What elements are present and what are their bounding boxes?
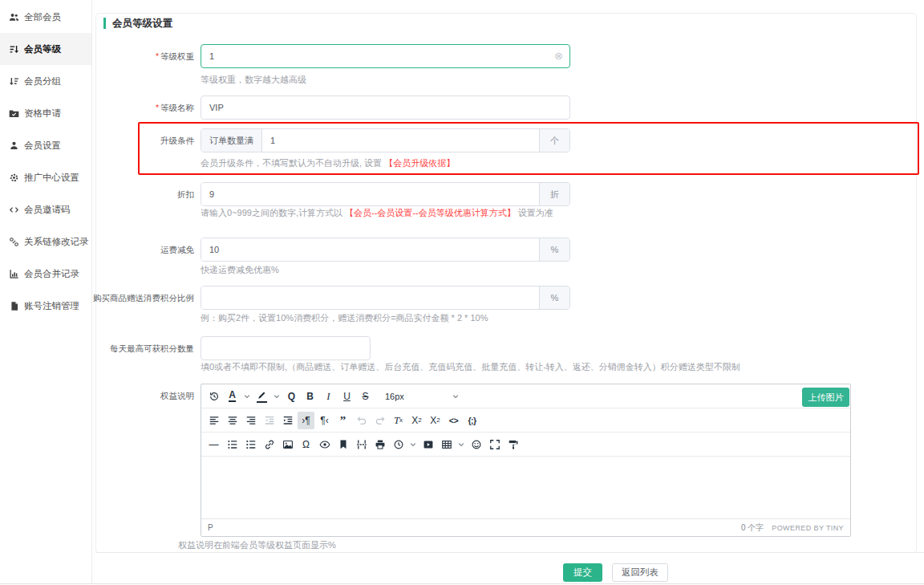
- sidebar-item-account-cancellation[interactable]: 账号注销管理: [0, 290, 91, 322]
- superscript-icon[interactable]: X2: [427, 412, 444, 429]
- print-icon[interactable]: [371, 436, 388, 453]
- upgrade-condition-field: 订单数量满 个: [201, 128, 570, 152]
- upgrade-condition-input[interactable]: [262, 129, 539, 152]
- upgrade-condition-label: 升级条件: [160, 128, 194, 152]
- align-right-icon[interactable]: [242, 412, 259, 429]
- word-count[interactable]: 0 个字: [741, 522, 764, 534]
- link-icon: [9, 237, 19, 247]
- page-title: 会员等级设置: [103, 18, 172, 29]
- special-character-icon[interactable]: Ω: [298, 436, 314, 453]
- bullet-list-icon[interactable]: [224, 436, 241, 453]
- editor-toolbar-row-2: ›¶ ¶‹ ” Tx X2 X2 <> {;}: [201, 408, 850, 433]
- datetime-dropdown-icon[interactable]: [408, 436, 418, 453]
- shipping-discount-input[interactable]: [201, 238, 539, 261]
- level-name-field: [201, 95, 570, 120]
- daily-points-cap-input[interactable]: [201, 336, 371, 360]
- bold-icon[interactable]: B: [302, 388, 318, 405]
- sidebar-item-member-group[interactable]: 会员分组: [0, 65, 91, 97]
- sort-amount-icon: [9, 44, 19, 55]
- sidebar-item-relation-log[interactable]: 关系链修改记录: [0, 225, 91, 258]
- clear-icon[interactable]: ⊗: [554, 51, 563, 61]
- anchor-icon[interactable]: [334, 436, 351, 453]
- strikethrough-icon[interactable]: S: [357, 388, 374, 405]
- sort-group-icon: [9, 76, 19, 87]
- format-painter-icon[interactable]: [505, 436, 521, 453]
- discount-field: 折: [201, 182, 570, 206]
- inline-code-icon[interactable]: <>: [445, 412, 462, 429]
- underline-icon[interactable]: U: [338, 388, 355, 405]
- sidebar-item-label: 会员设置: [24, 140, 61, 152]
- restore-draft-icon[interactable]: [205, 388, 222, 405]
- discount-unit: 折: [539, 183, 569, 205]
- text-color-dropdown-icon[interactable]: [242, 388, 252, 405]
- indent-icon[interactable]: [279, 412, 296, 429]
- emoticons-icon[interactable]: [468, 436, 484, 453]
- points-ratio-input[interactable]: [201, 286, 539, 309]
- horizontal-rule-icon[interactable]: —: [205, 436, 222, 453]
- daily-points-cap-field: [201, 336, 371, 360]
- required-mark: *: [156, 103, 159, 112]
- sidebar-item-promotion-settings[interactable]: 推广中心设置: [0, 161, 91, 193]
- editor-toolbar-row-1: A Q B I U S 16px: [201, 384, 850, 408]
- redo-icon[interactable]: [371, 412, 388, 429]
- font-size-select[interactable]: 16px: [380, 388, 464, 405]
- clear-format-icon[interactable]: Tx: [390, 412, 407, 429]
- table-icon[interactable]: [438, 436, 455, 453]
- element-path: P: [208, 523, 213, 532]
- media-icon[interactable]: [419, 436, 436, 453]
- points-ratio-label: 购买商品赠送消费积分比例: [93, 286, 194, 310]
- upload-image-button[interactable]: 上传图片: [802, 388, 849, 407]
- powered-by-tiny[interactable]: POWERED BY TINY: [772, 524, 844, 532]
- upgrade-condition-unit: 个: [539, 129, 569, 152]
- highlight-color-dropdown-icon[interactable]: [272, 388, 282, 405]
- points-ratio-hint: 例：购买2件，设置10%消费积分，赠送消费积分=商品实付金额 * 2 * 10%: [201, 312, 488, 324]
- align-center-icon[interactable]: [224, 412, 241, 429]
- discount-settings-link[interactable]: 【会员--会员设置--会员等级优惠计算方式】: [345, 208, 516, 217]
- font-size-value: 16px: [385, 392, 404, 401]
- sidebar-item-label: 关系链修改记录: [24, 236, 89, 248]
- align-left-icon[interactable]: [205, 412, 222, 429]
- code-sample-icon[interactable]: {;}: [464, 412, 480, 429]
- upgrade-basis-link[interactable]: 【会员升级依据】: [384, 158, 455, 168]
- link-icon[interactable]: [261, 436, 278, 453]
- sidebar-item-qualification[interactable]: 资格申请: [0, 97, 91, 129]
- file-icon: [9, 301, 19, 311]
- sidebar-item-invite-code[interactable]: 会员邀请码: [0, 193, 91, 225]
- blockquote-icon[interactable]: ”: [334, 412, 351, 429]
- sidebar-item-label: 会员等级: [24, 43, 61, 55]
- fullscreen-icon[interactable]: [486, 436, 503, 453]
- level-name-input[interactable]: [201, 95, 570, 120]
- sidebar-item-member-settings[interactable]: 会员设置: [0, 129, 91, 161]
- rtl-icon[interactable]: ¶‹: [316, 412, 333, 429]
- shipping-discount-hint: 快递运费减免优惠%: [201, 264, 279, 276]
- discount-input[interactable]: [201, 183, 539, 205]
- numbered-list-icon[interactable]: [242, 436, 259, 453]
- back-to-list-button[interactable]: 返回列表: [612, 563, 668, 582]
- daily-points-cap-label: 每天最高可获积分数量: [110, 336, 194, 360]
- subscript-icon[interactable]: X2: [408, 412, 425, 429]
- editor-toolbar-row-3: — Ω: [201, 433, 850, 457]
- text-color-icon[interactable]: A: [224, 388, 241, 405]
- editor-content-area[interactable]: [201, 457, 850, 518]
- sidebar-item-member-level[interactable]: 会员等级: [0, 33, 91, 65]
- user-icon: [9, 140, 19, 151]
- submit-button[interactable]: 提交: [563, 563, 602, 582]
- page-break-icon[interactable]: [353, 436, 370, 453]
- upgrade-condition-hint: 会员升级条件，不填写默认为不自动升级, 设置 【会员升级依据】: [201, 157, 455, 169]
- insert-datetime-icon[interactable]: [390, 436, 407, 453]
- ltr-icon[interactable]: ›¶: [298, 412, 314, 429]
- sidebar-item-label: 资格申请: [24, 108, 61, 120]
- chart-icon: [9, 269, 19, 279]
- search-replace-icon[interactable]: Q: [283, 388, 300, 405]
- image-icon[interactable]: [279, 436, 296, 453]
- sidebar-item-all-members[interactable]: 全部会员: [0, 1, 91, 33]
- outdent-icon[interactable]: [261, 412, 278, 429]
- sidebar-item-merge-log[interactable]: 会员合并记录: [0, 258, 91, 290]
- level-weight-input[interactable]: [201, 44, 570, 68]
- table-dropdown-icon[interactable]: [456, 436, 466, 453]
- undo-icon[interactable]: [353, 412, 370, 429]
- preview-icon[interactable]: [316, 436, 333, 453]
- italic-icon[interactable]: I: [320, 388, 337, 405]
- highlight-color-icon[interactable]: [253, 388, 270, 405]
- level-name-label: *等级名称: [156, 95, 194, 120]
